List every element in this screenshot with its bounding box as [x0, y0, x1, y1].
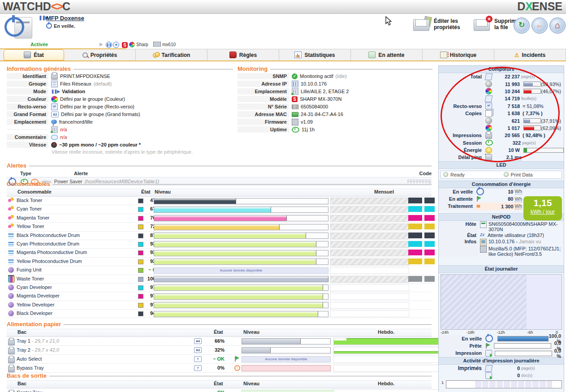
consumable-color-chip [138, 268, 143, 273]
output-tray-row[interactable]: Center Tray OK Non vide [7, 388, 432, 392]
consumable-row[interactable]: Cyan Toner67% [7, 205, 432, 214]
paper-tray-row[interactable]: Tray 1 - 29,7 x 21,0A466% [7, 337, 432, 346]
printer-name-link[interactable]: MFP Doxense [46, 15, 84, 22]
tab-statistiques[interactable]: Statistiques [279, 49, 351, 60]
monthly-block [424, 276, 435, 282]
consumable-row[interactable]: Fusing Unit~ OKAucune donnée disponible [7, 266, 432, 275]
home-button[interactable]: ⌂ [549, 17, 566, 34]
paper-level-fill [242, 339, 301, 344]
edit-properties-button[interactable]: Éditer lespropriétés [412, 17, 460, 32]
consumable-row[interactable]: Black Developer94% [7, 310, 432, 318]
paper-tray-row[interactable]: Tray 2 - 29,7 x 42,0A332% [7, 346, 432, 355]
consumable-level-bar [154, 250, 328, 256]
refresh-button[interactable]: ↻ [514, 17, 530, 34]
energy-label: En veille [439, 188, 475, 195]
energy-row: En veille10Wh [439, 188, 522, 195]
paper-tray-name: Auto Select [17, 356, 42, 362]
counter-extra: ( 92,48% ) [523, 133, 545, 138]
activity-label: Imprimés [439, 365, 484, 372]
consumable-row[interactable]: Yellow Toner72% [7, 223, 432, 231]
daily-state-fill [498, 336, 548, 341]
monthly-block [424, 206, 435, 212]
warning-icon [234, 365, 240, 371]
info-row-label: Vitesse [7, 142, 48, 148]
paper-tray-row[interactable]: Bypass Tray?0% [7, 364, 432, 373]
paper-header: Bac État Niveau Hebdo. [7, 329, 432, 337]
tab-propriétés[interactable]: Propriétés [64, 49, 136, 60]
consumable-row[interactable]: Waste Toner100% [7, 275, 432, 284]
led-label: Ready [450, 172, 465, 177]
tab-incidents[interactable]: Incidents [494, 49, 566, 60]
tab-règles[interactable]: Règles [207, 49, 279, 60]
counter-bar-fill [524, 82, 533, 86]
info-row-value: 24-31-84-C7-A4-16 [292, 112, 343, 117]
monthly-block [408, 250, 422, 255]
consumable-level-bar: Aucune donnée disponible [154, 267, 328, 274]
info-row-text: 11j 1h [302, 127, 315, 132]
consumable-color-chip [138, 285, 143, 290]
output-tray-state: OK [204, 390, 225, 392]
counter-bar [523, 82, 541, 86]
play-icon[interactable]: ▶ [99, 42, 103, 47]
counter-percent: (37,91%) [541, 118, 564, 124]
counter-icon [485, 110, 492, 117]
consumable-row[interactable]: Cyan Developer97% [7, 284, 432, 292]
info-row-label: Grand Format [7, 111, 48, 117]
info-row-text: Files Réseaux [60, 81, 91, 86]
section-title: Consommables [7, 181, 432, 187]
monthly-block [408, 215, 422, 221]
netpod-label [439, 246, 478, 257]
info-row-value: n/a [51, 134, 67, 140]
consumable-row[interactable]: Yellow Photoconductive Drum93% [7, 258, 432, 266]
consumable-color-chip [138, 198, 143, 203]
consumable-row[interactable]: Yellow Developer97% [7, 301, 432, 310]
consumable-row[interactable]: Black Toner47% [7, 197, 432, 205]
consumable-level-fill [154, 311, 318, 317]
power-icon [46, 23, 52, 29]
tab-tarification[interactable]: Tarification [136, 49, 207, 60]
paper-weekly-chart [333, 338, 440, 345]
consumable-row[interactable]: Magenta Developer97% [7, 292, 432, 301]
consumable-row[interactable]: Black Photoconductive Drum87% [7, 232, 432, 240]
consumable-name: Black Developer [17, 310, 52, 316]
info-row-text: SHARP MX-3070N [300, 96, 341, 102]
led-indicator-icon [443, 172, 448, 177]
info-row-value: 11j 1h [292, 127, 315, 133]
pause-icon[interactable]: ❚❚ [106, 42, 112, 48]
counter-row: Impressions20 565( 92,48% ) [439, 132, 564, 139]
consumable-icon [8, 224, 14, 229]
tab-label: Tarification [162, 52, 190, 58]
paper-tray-row[interactable]: Auto Select?~ OKAucune donnée disponible [7, 355, 432, 364]
tab-état[interactable]: État [4, 49, 64, 60]
led-item: Ready [441, 172, 501, 177]
back-button[interactable]: ← [531, 17, 548, 34]
counter-icon [485, 154, 492, 161]
counter-value: 14 719 [492, 96, 520, 101]
consumable-color-chip [138, 311, 143, 316]
info-row-label [7, 129, 48, 130]
consumable-row[interactable]: Magenta Photoconductive Drum93% [7, 249, 432, 257]
energy-bar [523, 148, 564, 153]
vendor-label: Sharp [136, 42, 148, 47]
counter-label: Copies [439, 110, 484, 117]
coins-icon [153, 52, 159, 58]
energy-icon [476, 196, 482, 202]
axis-tick-label: -18h [467, 330, 475, 335]
activity-title: Activité d'impression journalière [439, 357, 564, 365]
printer-header: ❚❚▶ MFP Doxense En veille. Éditer lespro… [0, 14, 566, 42]
info-row-text: v1.09 [301, 119, 313, 125]
consumable-color-chip [138, 294, 143, 299]
status-icon [24, 52, 31, 58]
info-row-note: (default) [94, 81, 112, 86]
consumable-row[interactable]: Magenta Toner76% [7, 214, 432, 223]
info-row: Mode❚❚▶Validation [7, 88, 233, 95]
paper-tray-name: Tray 1 - 29,7 x 21,0 [17, 338, 59, 344]
stop-icon[interactable]: ■ [113, 42, 119, 48]
consumable-row[interactable]: Cyan Photoconductive Drum93% [7, 240, 432, 249]
info-row-label: Adresse IP [238, 81, 289, 87]
counter-value: 22 237 [492, 74, 520, 79]
tab-en-attente[interactable]: En attente [351, 49, 423, 60]
tab-bar: ÉtatPropriétésTarificationRèglesStatisti… [0, 49, 566, 61]
info-row-text: 10.10.0.176 [301, 81, 327, 86]
tab-historique[interactable]: Historique [423, 49, 494, 60]
